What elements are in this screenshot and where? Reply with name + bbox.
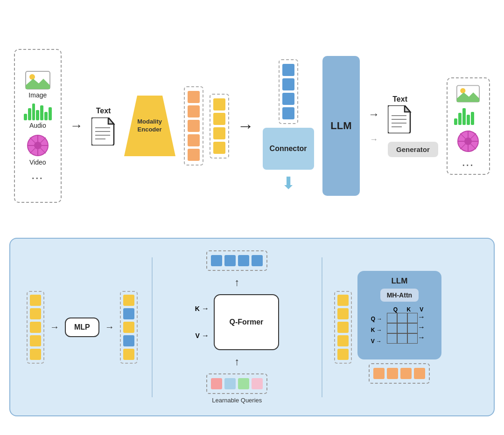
bi-tok-5 bbox=[30, 349, 41, 360]
audio-out-bar-2 bbox=[458, 113, 462, 125]
attn-grid: → → → bbox=[387, 313, 428, 354]
qkv-left-labels: Q → K → V → bbox=[371, 316, 382, 345]
k-left-label: K bbox=[371, 327, 375, 333]
audio-bar-4 bbox=[36, 110, 39, 120]
arrow-from-mlp: → bbox=[105, 322, 114, 332]
audio-bar-2 bbox=[28, 108, 31, 120]
bm-tok-1 bbox=[123, 295, 134, 306]
tok1-1 bbox=[188, 91, 200, 103]
arrow-to-generator: → bbox=[370, 135, 378, 145]
gc-13: → bbox=[418, 323, 428, 333]
v-top: V bbox=[420, 306, 423, 313]
divider-2 bbox=[322, 257, 322, 397]
bottom-left-panel: → MLP → bbox=[20, 291, 145, 364]
output-orange-tokens bbox=[369, 363, 430, 384]
qkv-area: Q → K → V → bbox=[371, 306, 428, 354]
v-arrow-inner: → bbox=[376, 338, 382, 345]
image-output-icon bbox=[456, 84, 480, 104]
mlp-label: MLP bbox=[74, 323, 90, 331]
gc-10 bbox=[387, 323, 397, 333]
arrow-to-text-out: → bbox=[368, 108, 379, 121]
bottom-right-panel: LLM MH-Attn Q → K bbox=[329, 271, 484, 384]
video-item: Video bbox=[26, 134, 49, 166]
modality-encoder-box: ModalityEncoder bbox=[124, 96, 175, 156]
text-doc-box: Text bbox=[91, 107, 116, 145]
k-top: K bbox=[406, 306, 411, 313]
generator-box: Generator bbox=[388, 142, 438, 157]
bottom-mixed-tokens bbox=[120, 291, 138, 364]
v-label: V bbox=[196, 332, 200, 339]
svg-point-1 bbox=[29, 74, 35, 80]
llm-box-top: LLM bbox=[322, 56, 360, 196]
generator-row: Generator bbox=[388, 142, 438, 157]
svg-point-19 bbox=[461, 88, 466, 93]
audio-bar-3 bbox=[32, 104, 35, 120]
br-tok-2 bbox=[337, 308, 349, 319]
ctok1 bbox=[282, 64, 294, 76]
top-section: Image Audio bbox=[9, 9, 495, 238]
bm-tok-5 bbox=[123, 349, 134, 360]
text-output-area: Text bbox=[388, 95, 412, 133]
audio-out-bar-5 bbox=[471, 112, 474, 125]
qformer-box: Q-Former bbox=[214, 294, 279, 350]
v-left-label: V bbox=[371, 338, 375, 345]
kv-input-area: K → V → bbox=[195, 304, 209, 340]
video-label: Video bbox=[29, 159, 46, 166]
arrow-to-mlp: → bbox=[50, 322, 59, 332]
gc-20 bbox=[387, 333, 397, 344]
audio-bar-7 bbox=[49, 107, 52, 120]
br-tok-5 bbox=[337, 349, 349, 360]
audio-bar-6 bbox=[44, 112, 48, 120]
gc-03: → bbox=[418, 313, 428, 323]
audio-out-bar-4 bbox=[467, 115, 470, 125]
bm-tok-2 bbox=[123, 308, 134, 319]
output-modalities-box: ... bbox=[447, 77, 490, 175]
k-label: K bbox=[195, 305, 200, 312]
connector-box: Connector bbox=[263, 128, 314, 170]
tok1-2 bbox=[188, 105, 200, 117]
output-dots: ... bbox=[462, 158, 475, 168]
k-left-row: K → bbox=[371, 327, 382, 333]
arrow-up-to-output: ↑ bbox=[234, 276, 239, 289]
ctok2 bbox=[282, 78, 294, 90]
audio-out-bar-3 bbox=[462, 108, 466, 125]
gc-11 bbox=[397, 323, 407, 333]
connector-down-arrow: ⬇ bbox=[281, 173, 295, 193]
ctok3 bbox=[282, 93, 294, 105]
qformer-area: K → V → Q-Former bbox=[195, 294, 279, 350]
connector-label: Connector bbox=[270, 145, 307, 153]
bi-tok-3 bbox=[30, 322, 41, 333]
llm-inner-label: LLM bbox=[391, 276, 407, 286]
audio-label: Audio bbox=[29, 122, 46, 129]
qkv-top-labels: Q K V bbox=[387, 306, 428, 313]
q-left-row: Q → bbox=[371, 316, 382, 322]
image-icon bbox=[25, 70, 51, 90]
gc-23: → bbox=[418, 333, 428, 344]
bi-tok-4 bbox=[30, 335, 41, 346]
bottom-input-tokens bbox=[27, 291, 44, 364]
tok1-5 bbox=[188, 149, 200, 161]
mlp-box: MLP bbox=[65, 318, 99, 337]
gc-21 bbox=[397, 333, 407, 344]
encoder-label: ModalityEncoder bbox=[137, 118, 162, 134]
gc-00 bbox=[387, 313, 397, 323]
video-output-icon bbox=[456, 130, 480, 153]
image-label: Image bbox=[28, 91, 47, 99]
document-output-icon bbox=[388, 105, 412, 133]
br-tok-1 bbox=[337, 295, 349, 306]
input-modalities-box: Image Audio bbox=[14, 49, 62, 203]
qout-tok-2 bbox=[224, 255, 236, 266]
br-token-col bbox=[334, 291, 352, 364]
divider-1 bbox=[152, 257, 153, 397]
audio-out-bar-1 bbox=[454, 118, 457, 125]
lq-tok-1 bbox=[211, 378, 222, 389]
llm-label-top: LLM bbox=[330, 120, 351, 132]
output-area: Text Generator bbox=[388, 95, 438, 157]
br-tok-3 bbox=[337, 322, 349, 333]
gc-22 bbox=[407, 333, 418, 344]
v-left-row: V → bbox=[371, 338, 382, 345]
qformer-output-tokens bbox=[206, 250, 267, 271]
qkv-grid-area: Q K V → bbox=[387, 306, 428, 354]
kv-spacer bbox=[198, 315, 209, 329]
bi-tok-2 bbox=[30, 308, 41, 319]
